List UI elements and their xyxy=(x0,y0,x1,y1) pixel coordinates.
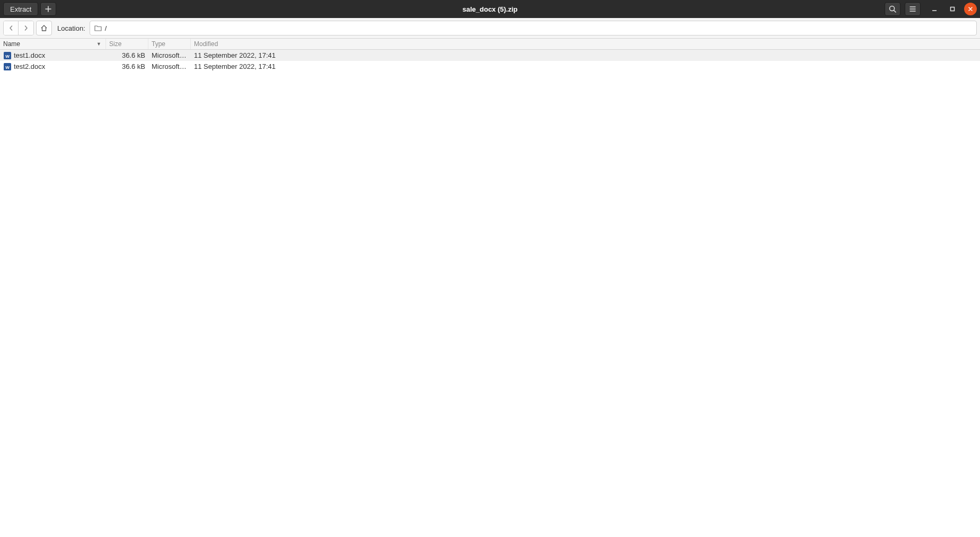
column-header-modified[interactable]: Modified xyxy=(191,39,980,49)
back-button[interactable] xyxy=(4,21,19,35)
plus-icon xyxy=(45,6,51,12)
extract-button[interactable]: Extract xyxy=(3,2,38,16)
table-row[interactable]: W test2.docx 36.6 kB Microsoft … 11 Sept… xyxy=(0,61,980,72)
minimize-icon xyxy=(932,6,937,12)
location-path: / xyxy=(105,24,107,32)
hamburger-icon xyxy=(909,5,916,13)
titlebar: Extract sale_docx (5).zip xyxy=(0,0,980,18)
file-list: W test1.docx 36.6 kB Microsoft … 11 Sept… xyxy=(0,50,980,72)
column-headers: Name ▼ Size Type Modified xyxy=(0,39,980,50)
file-type: Microsoft … xyxy=(148,62,191,70)
file-size: 36.6 kB xyxy=(106,62,148,70)
sort-indicator-icon: ▼ xyxy=(96,41,101,47)
file-name-cell: W test2.docx xyxy=(0,62,106,71)
add-button[interactable] xyxy=(40,2,56,16)
window-title: sale_docx (5).zip xyxy=(462,5,517,13)
location-field[interactable]: / xyxy=(90,21,977,35)
column-header-name[interactable]: Name ▼ xyxy=(0,39,106,49)
search-icon xyxy=(889,5,896,13)
close-button[interactable] xyxy=(964,3,977,15)
svg-rect-1 xyxy=(951,7,955,11)
file-name: test1.docx xyxy=(14,51,45,59)
location-label: Location: xyxy=(57,24,85,32)
toolbar: Location: / xyxy=(0,18,980,39)
column-header-size[interactable]: Size xyxy=(106,39,148,49)
file-modified: 11 September 2022, 17:41 xyxy=(191,51,980,59)
docx-file-icon: W xyxy=(3,51,12,60)
file-type: Microsoft … xyxy=(148,51,191,59)
column-header-name-label: Name xyxy=(3,40,20,48)
search-button[interactable] xyxy=(885,2,900,16)
titlebar-right xyxy=(885,2,977,16)
folder-icon xyxy=(94,25,102,31)
column-header-type[interactable]: Type xyxy=(148,39,191,49)
nav-group xyxy=(3,21,34,35)
file-size: 36.6 kB xyxy=(106,51,148,59)
maximize-button[interactable] xyxy=(946,3,959,15)
minimize-button[interactable] xyxy=(928,3,941,15)
home-icon xyxy=(40,24,48,32)
table-row[interactable]: W test1.docx 36.6 kB Microsoft … 11 Sept… xyxy=(0,50,980,61)
maximize-icon xyxy=(950,6,955,12)
home-button[interactable] xyxy=(36,21,52,35)
svg-text:W: W xyxy=(5,53,10,58)
forward-button[interactable] xyxy=(19,21,33,35)
file-modified: 11 September 2022, 17:41 xyxy=(191,62,980,70)
chevron-right-icon xyxy=(23,25,29,31)
menu-button[interactable] xyxy=(905,2,921,16)
svg-text:W: W xyxy=(5,65,10,69)
close-icon xyxy=(968,6,973,12)
docx-file-icon: W xyxy=(3,62,12,71)
chevron-left-icon xyxy=(8,25,14,31)
file-name-cell: W test1.docx xyxy=(0,51,106,60)
file-name: test2.docx xyxy=(14,62,45,70)
